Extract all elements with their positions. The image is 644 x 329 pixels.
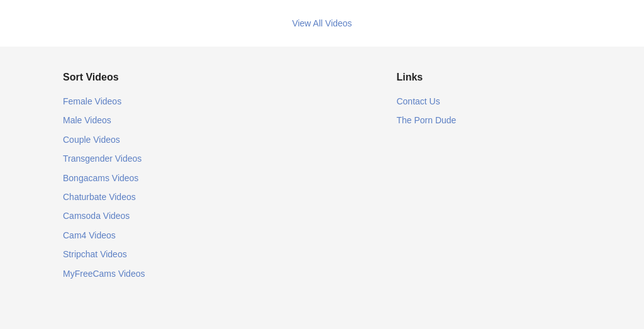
sort-chaturbate-link[interactable]: Chaturbate Videos — [63, 190, 145, 204]
top-section: View All Videos — [0, 0, 644, 47]
sort-bongacams-link[interactable]: Bongacams Videos — [63, 171, 145, 185]
sort-couple-link[interactable]: Couple Videos — [63, 133, 145, 147]
footer-section: Sort Videos Female Videos Male Videos Co… — [0, 47, 644, 329]
copyright-bar: Copyright © 2019, Webcam Rips — [0, 311, 644, 329]
links-heading: Links — [396, 72, 456, 83]
footer-content: Sort Videos Female Videos Male Videos Co… — [0, 72, 644, 286]
sort-stripchat-link[interactable]: Stripchat Videos — [63, 247, 145, 261]
sort-videos-heading: Sort Videos — [63, 72, 145, 83]
sort-myfreecams-link[interactable]: MyFreeCams Videos — [63, 267, 145, 281]
sort-transgender-link[interactable]: Transgender Videos — [63, 152, 145, 165]
sort-videos-column: Sort Videos Female Videos Male Videos Co… — [63, 72, 145, 286]
sort-male-link[interactable]: Male Videos — [63, 113, 145, 127]
sort-cam4-link[interactable]: Cam4 Videos — [63, 228, 145, 242]
links-column: Links Contact Us The Porn Dude — [396, 72, 456, 286]
the-porn-dude-link[interactable]: The Porn Dude — [396, 113, 456, 127]
view-all-videos-link[interactable]: View All Videos — [292, 18, 352, 28]
contact-us-link[interactable]: Contact Us — [396, 94, 456, 108]
sort-camsoda-link[interactable]: Camsoda Videos — [63, 209, 145, 223]
sort-female-link[interactable]: Female Videos — [63, 94, 145, 108]
